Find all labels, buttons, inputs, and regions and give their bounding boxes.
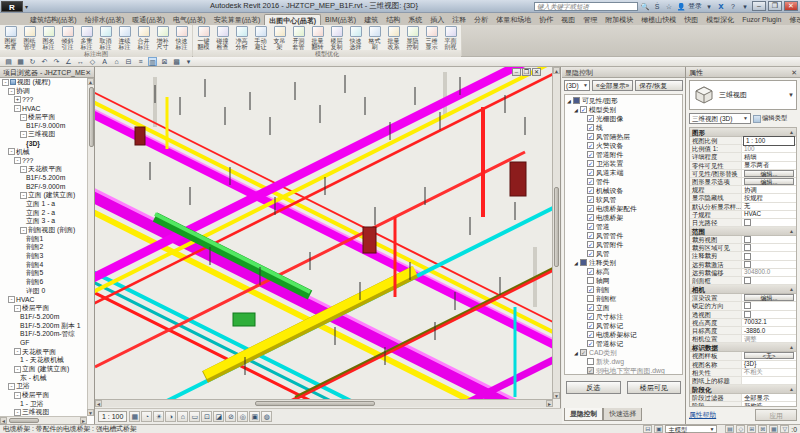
visibility-tree-item[interactable]: ✓风管 <box>565 249 682 258</box>
visibility-tree-item[interactable]: ✓立面 <box>565 303 682 312</box>
press-drag-icon[interactable]: ◇ <box>736 425 745 433</box>
view-control-icon-6[interactable]: ⊡ <box>201 411 212 422</box>
browser-tree-item[interactable]: -三维视图 <box>0 408 87 416</box>
property-value[interactable]: 精细 <box>742 153 796 161</box>
visibility-tree-item[interactable]: ✓剖面 <box>565 285 682 294</box>
tab-暖通(品茗)[interactable]: 暖通(品茗) <box>128 14 169 25</box>
property-section-相机[interactable]: 相机▲ <box>690 285 796 294</box>
exchange-apps-icon[interactable]: Ⅹ <box>716 2 726 11</box>
checkbox-checked[interactable] <box>573 97 580 104</box>
switch-windows-icon[interactable]: ▩ <box>172 57 181 66</box>
tab-附加模块[interactable]: 附加模块 <box>601 14 637 25</box>
ribbon-button-图框布置[interactable]: 图框 布置 <box>1 26 20 50</box>
checkbox-checked[interactable]: ✓ <box>587 322 594 329</box>
ribbon-button-快速选择[interactable]: 快速 选择 <box>346 26 365 50</box>
checkbox-unchecked[interactable] <box>587 358 594 365</box>
property-section-标识数据[interactable]: 标识数据▲ <box>690 343 796 352</box>
checkbox-checked[interactable]: ✓ <box>587 178 594 185</box>
tab-注释[interactable]: 注释 <box>448 14 470 25</box>
visibility-tree-item[interactable]: ✓风道末端 <box>565 168 682 177</box>
worksets-icon[interactable]: ⊟ <box>643 425 652 433</box>
expander-icon[interactable]: ◢ <box>566 98 572 104</box>
section-collapse-icon[interactable]: ▲ <box>789 285 794 293</box>
visibility-tree-item[interactable]: ✓光栅图像 <box>565 114 682 123</box>
browser-tree-item[interactable]: 剖面3 <box>0 252 87 261</box>
type-selector[interactable]: 三维视图 ▼ <box>689 80 797 110</box>
visibility-tree-item[interactable]: ✓管道标记 <box>565 339 682 348</box>
property-section-范围[interactable]: 范围▲ <box>690 227 796 236</box>
visibility-tree-item[interactable]: ✓电缆桥架 <box>565 213 682 222</box>
ribbon-button-批量翻转[interactable]: 批量 翻转 <box>308 26 327 50</box>
property-checkbox[interactable] <box>744 253 751 260</box>
property-edit-button[interactable]: 编辑... <box>744 170 794 177</box>
collapse-icon[interactable]: - <box>8 383 15 390</box>
tab-视图[interactable]: 视图 <box>557 14 579 25</box>
collapse-icon[interactable]: - <box>8 296 15 303</box>
checkbox-checked[interactable]: ✓ <box>580 106 587 113</box>
ribbon-button-图纸管理[interactable]: 图纸 管理 <box>20 26 39 50</box>
property-edit-button[interactable]: 编辑... <box>744 294 794 301</box>
ribbon-button-批量改系[interactable]: 批量 改系 <box>384 26 403 50</box>
tab-给排水(品茗)[interactable]: 给排水(品茗) <box>81 14 129 25</box>
checkbox-checked[interactable]: ✓ <box>587 313 594 320</box>
ribbon-button-快速标注[interactable]: 快速 标注 <box>172 26 191 50</box>
browser-tree-item[interactable]: 剖面4 <box>0 260 87 269</box>
collapse-icon[interactable]: - <box>14 348 21 355</box>
visibility-tree-item[interactable]: ✓标高 <box>565 267 682 276</box>
checkbox-checked[interactable]: ✓ <box>587 232 594 239</box>
tab-出图中心(品茗)[interactable]: 出图中心(品茗) <box>264 14 321 25</box>
collapse-icon[interactable]: - <box>20 227 27 234</box>
favorites-star-icon[interactable]: ☆ <box>664 2 674 11</box>
property-value[interactable]: HVAC <box>742 210 796 218</box>
browser-tree-item[interactable]: -天花板平面 <box>0 165 87 174</box>
browser-tree-item[interactable]: 剖面1 <box>0 234 87 243</box>
checkbox-checked[interactable]: ✓ <box>587 367 594 374</box>
visibility-tree-item[interactable]: ✓管道 <box>565 222 682 231</box>
browser-tree-item[interactable]: -视图 (规程) <box>0 78 87 87</box>
tab-快图[interactable]: 快图 <box>680 14 702 25</box>
checkbox-checked[interactable]: ✓ <box>587 250 594 257</box>
tab-结构[interactable]: 结构 <box>382 14 404 25</box>
collapse-icon[interactable]: - <box>2 79 9 86</box>
expander-icon[interactable]: ◢ <box>573 350 579 356</box>
undo-icon[interactable]: ↶ <box>40 57 49 66</box>
checkbox-checked[interactable]: ✓ <box>587 187 594 194</box>
project-browser-hscrollbar[interactable]: ◄ ► <box>0 416 87 424</box>
property-value[interactable]: 100 <box>742 145 796 153</box>
view-control-icon-0[interactable]: ▦ <box>129 411 140 422</box>
property-value[interactable]: 显示两者 <box>742 161 796 169</box>
checkbox-checked[interactable]: ✓ <box>587 124 594 131</box>
checkbox-checked[interactable]: ✓ <box>587 214 594 221</box>
view-control-icon-2[interactable]: ☀ <box>153 411 164 422</box>
thin-lines-icon[interactable]: ≡ <box>136 57 145 66</box>
checkbox-checked[interactable]: ✓ <box>587 169 594 176</box>
close-hidden-windows-icon[interactable]: ⊠ <box>160 57 169 66</box>
view-control-icon-7[interactable]: ◪ <box>213 411 224 422</box>
visibility-tree-item[interactable]: 轴网 <box>565 276 682 285</box>
property-edit-button[interactable]: 编辑... <box>744 178 794 185</box>
aligned-dimension-icon[interactable]: ↔ <box>76 57 85 66</box>
property-edit-button[interactable]: <无> <box>744 352 794 359</box>
browser-tree-item[interactable]: B1F/-5.200m <box>0 174 87 183</box>
tab-橄榄山快模[interactable]: 橄榄山快模 <box>637 14 680 25</box>
properties-toggle-icon[interactable]: ▥ <box>148 57 157 66</box>
checkbox-checked[interactable]: ✓ <box>587 223 594 230</box>
checkbox-checked[interactable]: ✓ <box>580 349 587 356</box>
visibility-tree-item[interactable]: ✓管道附件 <box>565 150 682 159</box>
edit-type-button[interactable]: 编辑类型 <box>753 114 787 123</box>
browser-tree-item[interactable]: {3D} <box>0 139 87 148</box>
property-checkbox[interactable] <box>744 219 751 226</box>
sign-in-label[interactable]: 登录 <box>688 1 702 11</box>
collapse-icon[interactable]: - <box>20 166 27 173</box>
ribbon-button-手动避让[interactable]: 手动 避让 <box>251 26 270 50</box>
tab-电气(品茗)[interactable]: 电气(品茗) <box>169 14 210 25</box>
collapse-icon[interactable]: - <box>14 105 21 112</box>
property-value[interactable]: 调整 <box>742 335 796 343</box>
property-value[interactable]: 协调 <box>742 186 796 194</box>
browser-tree-item[interactable]: -协调 <box>0 87 87 96</box>
property-value[interactable]: 新构造 <box>742 402 796 407</box>
save-restore-button[interactable]: 保存/恢复 <box>635 80 683 91</box>
expander-icon[interactable]: ◢ <box>573 107 579 113</box>
visibility-tree-item[interactable]: ✓弱电地下室平面图.dwg <box>565 366 682 375</box>
tab-模型深化[interactable]: 模型深化 <box>702 14 738 25</box>
